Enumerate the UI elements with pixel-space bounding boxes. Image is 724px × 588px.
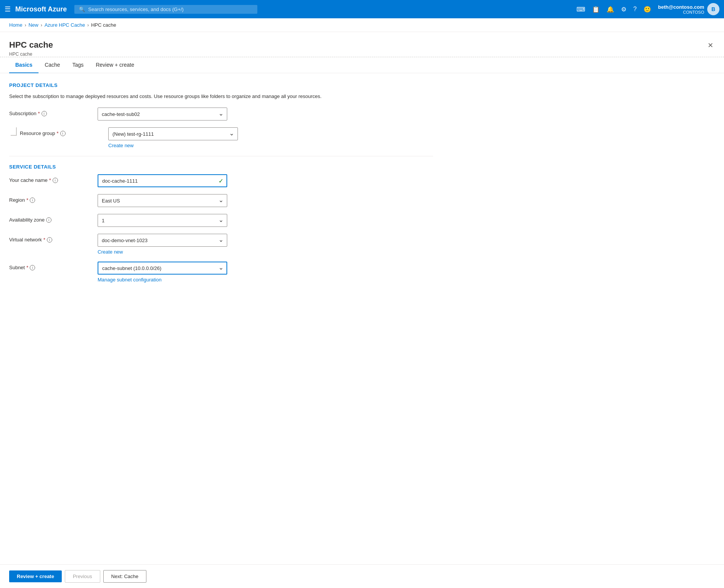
section-divider [9, 156, 433, 156]
resource-group-info-icon[interactable]: i [60, 131, 66, 136]
user-menu[interactable]: beth@contoso.com CONTOSO B [658, 3, 719, 15]
breadcrumb-azure-hpc-cache[interactable]: Azure HPC Cache [45, 22, 85, 28]
settings-icon[interactable]: ⚙ [621, 6, 626, 13]
virtual-network-row: Virtual network * i doc-demo-vnet-1023 C… [9, 234, 433, 255]
availability-zone-control: 1 [98, 214, 227, 227]
region-required: * [26, 197, 28, 203]
create-new-resource-group-link[interactable]: Create new [108, 143, 133, 148]
cache-name-label-col: Your cache name * i [9, 174, 93, 183]
subscription-required: * [38, 111, 40, 116]
search-icon: 🔍 [79, 6, 85, 12]
cache-name-row: Your cache name * i ✓ [9, 174, 433, 187]
project-details-section: PROJECT DETAILS Select the subscription … [9, 82, 433, 149]
cache-name-required: * [49, 177, 51, 183]
subscription-control: cache-test-sub02 [98, 108, 227, 120]
subscription-label: Subscription [9, 111, 37, 116]
availability-zone-select-wrapper: 1 [98, 214, 227, 227]
subnet-row: Subnet * i cache-subnet (10.0.0.0/26) Ma… [9, 262, 433, 283]
subnet-select-wrapper: cache-subnet (10.0.0.0/26) [98, 262, 227, 275]
region-label-col: Region * i [9, 194, 93, 203]
subscription-select[interactable]: cache-test-sub02 [98, 108, 227, 120]
breadcrumb: Home › New › Azure HPC Cache › HPC cache [0, 18, 724, 32]
subnet-label-col: Subnet * i [9, 262, 93, 270]
brand-title: Microsoft Azure [15, 5, 67, 13]
tab-basics[interactable]: Basics [9, 57, 39, 73]
subscription-row: Subscription * i cache-test-sub02 [9, 108, 433, 120]
resource-group-control: (New) test-rg-1111 Create new [108, 127, 238, 148]
availability-zone-select[interactable]: 1 [98, 214, 227, 227]
manage-subnet-link[interactable]: Manage subnet configuration [98, 277, 162, 283]
create-new-vnet-link[interactable]: Create new [98, 249, 123, 255]
service-details-section: SERVICE DETAILS Your cache name * i ✓ [9, 164, 433, 283]
form-footer: Review + create Previous Next: Cache [0, 564, 724, 586]
availability-zone-label-col: Availability zone i [9, 214, 93, 223]
tab-cache[interactable]: Cache [39, 57, 66, 73]
region-label: Region [9, 197, 25, 203]
subnet-required: * [26, 265, 28, 270]
bell-icon[interactable]: 🔔 [607, 6, 614, 13]
user-org: CONTOSO [658, 10, 704, 14]
subnet-info-icon[interactable]: i [30, 265, 35, 270]
tab-tags[interactable]: Tags [66, 57, 90, 73]
resource-group-label: Resource group [20, 130, 55, 136]
breadcrumb-new[interactable]: New [29, 22, 39, 28]
tabs-bar: Basics Cache Tags Review + create [0, 57, 724, 73]
next-cache-button[interactable]: Next: Cache [103, 570, 147, 583]
user-email: beth@contoso.com [658, 4, 704, 10]
subnet-control: cache-subnet (10.0.0.0/26) Manage subnet… [98, 262, 227, 283]
region-row: Region * i East US [9, 194, 433, 207]
help-icon[interactable]: ? [633, 6, 637, 13]
breadcrumb-home[interactable]: Home [9, 22, 22, 28]
region-info-icon[interactable]: i [30, 198, 35, 203]
cache-name-input-wrapper: ✓ [98, 174, 227, 187]
cache-name-check-icon: ✓ [218, 177, 223, 185]
panel-subtitle: HPC cache [9, 51, 53, 57]
subscription-select-wrapper: cache-test-sub02 [98, 108, 227, 120]
review-create-button[interactable]: Review + create [9, 570, 62, 582]
nav-icons: ⌨ 📋 🔔 ⚙ ? 🙂 beth@contoso.com CONTOSO B [576, 3, 719, 15]
virtual-network-label-col: Virtual network * i [9, 234, 93, 243]
availability-zone-info-icon[interactable]: i [46, 217, 51, 223]
close-button[interactable]: ✕ [706, 40, 715, 51]
project-details-desc: Select the subscription to manage deploy… [9, 93, 433, 100]
main-panel: HPC cache HPC cache ✕ Basics Cache Tags … [0, 32, 724, 586]
virtual-network-required: * [43, 237, 45, 243]
feedback-icon[interactable]: 🙂 [644, 6, 651, 13]
breadcrumb-current: HPC cache [91, 22, 116, 28]
region-control: East US [98, 194, 227, 207]
virtual-network-select[interactable]: doc-demo-vnet-1023 [98, 234, 227, 247]
breadcrumb-sep-3: › [87, 22, 89, 28]
availability-zone-label: Availability zone [9, 217, 45, 223]
cache-name-label: Your cache name [9, 177, 48, 183]
resource-group-select[interactable]: (New) test-rg-1111 [108, 127, 238, 140]
search-box[interactable]: 🔍 Search resources, services, and docs (… [74, 5, 257, 14]
project-details-title: PROJECT DETAILS [9, 82, 433, 88]
resource-group-select-wrapper: (New) test-rg-1111 [108, 127, 238, 140]
search-placeholder: Search resources, services, and docs (G+… [88, 6, 183, 12]
breadcrumb-sep-1: › [25, 22, 26, 28]
region-select-wrapper: East US [98, 194, 227, 207]
resource-group-required: * [57, 130, 59, 136]
virtual-network-control: doc-demo-vnet-1023 Create new [98, 234, 227, 255]
notifications-icon[interactable]: 📋 [592, 6, 600, 13]
hamburger-menu-icon[interactable]: ☰ [5, 5, 11, 13]
virtual-network-info-icon[interactable]: i [47, 237, 52, 243]
tab-review-create[interactable]: Review + create [90, 57, 140, 73]
region-select[interactable]: East US [98, 194, 227, 207]
subscription-label-col: Subscription * i [9, 108, 93, 116]
subnet-select[interactable]: cache-subnet (10.0.0.0/26) [98, 262, 227, 275]
subnet-label: Subnet [9, 265, 25, 270]
panel-header: HPC cache HPC cache ✕ [0, 32, 724, 57]
virtual-network-select-wrapper: doc-demo-vnet-1023 [98, 234, 227, 247]
cache-name-input[interactable] [98, 174, 227, 187]
resource-group-label-col: Resource group * i [20, 127, 104, 136]
virtual-network-label: Virtual network [9, 237, 42, 243]
top-navigation: ☰ Microsoft Azure 🔍 Search resources, se… [0, 0, 724, 18]
service-details-title: SERVICE DETAILS [9, 164, 433, 170]
previous-button: Previous [65, 570, 100, 583]
avatar[interactable]: B [707, 3, 719, 15]
cache-name-info-icon[interactable]: i [53, 178, 58, 183]
panel-title-group: HPC cache HPC cache [9, 40, 53, 57]
subscription-info-icon[interactable]: i [42, 111, 47, 116]
terminal-icon[interactable]: ⌨ [576, 6, 585, 13]
